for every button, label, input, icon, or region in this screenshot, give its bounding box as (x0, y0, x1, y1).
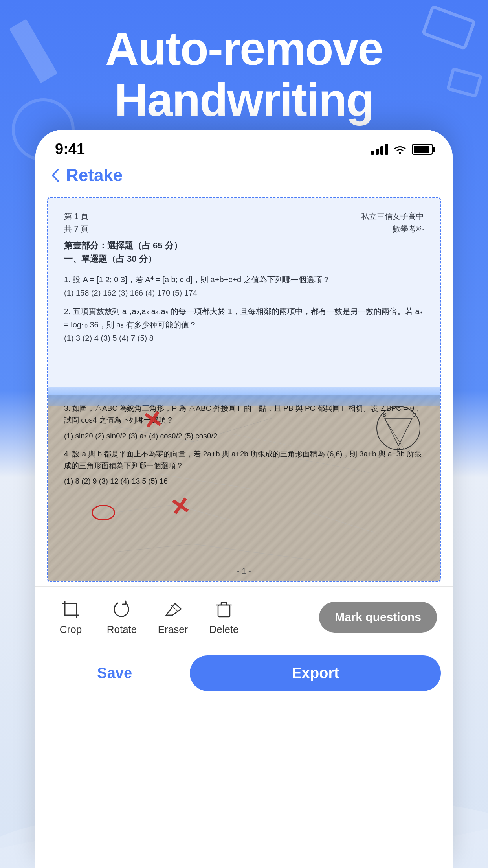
back-chevron-icon (51, 168, 60, 183)
q2-choices-text: (1) 3 (2) 4 (3) 5 (4) 7 (5) 8 (64, 334, 154, 343)
doc-header-right: 私立三信女子高中 數學考科 (361, 210, 424, 235)
doc-header: 第 1 頁 共 7 頁 私立三信女子高中 數學考科 (64, 210, 424, 235)
svg-line-13 (385, 418, 398, 446)
wifi-icon (393, 144, 407, 155)
q2-choices: (1) 3 (2) 4 (3) 5 (4) 7 (5) 8 (64, 334, 424, 343)
crop-tool[interactable]: Crop (51, 598, 90, 636)
doc-school: 私立三信女子高中 (361, 210, 424, 223)
doc-section-title: 第壹部分：選擇題（占 65 分） (64, 240, 424, 252)
delete-tool[interactable]: Delete (204, 598, 244, 636)
status-icons (371, 144, 433, 155)
phone-frame: 9:41 (35, 130, 453, 868)
signal-icon (371, 144, 388, 155)
doc-subsection: 一、單選題（占 30 分） (64, 253, 424, 265)
svg-text:B: B (383, 412, 386, 418)
svg-line-15 (385, 418, 404, 450)
toolbar-tools: Crop Rotate (51, 598, 319, 636)
crop-label: Crop (60, 623, 82, 636)
eraser-label: Eraser (158, 623, 188, 636)
doc-clean-section: 第 1 頁 共 7 頁 私立三信女子高中 數學考科 第壹部分：選擇題（占 65 … (48, 198, 440, 395)
doc-question-1: 1. 設 A = [1 2; 0 3]，若 A⁴ = [a b; c d]，則 … (64, 273, 424, 298)
svg-line-14 (398, 418, 412, 446)
document-viewer: 第 1 頁 共 7 頁 私立三信女子高中 數學考科 第壹部分：選擇題（占 65 … (47, 197, 441, 582)
doc-header-left: 第 1 頁 共 7 頁 (64, 210, 88, 235)
svg-text:P: P (396, 447, 400, 453)
rotate-tool[interactable]: Rotate (102, 598, 141, 636)
svg-rect-20 (65, 603, 77, 615)
delete-icon (213, 598, 235, 620)
battery-icon (412, 144, 433, 155)
doc-total-pages: 共 7 頁 (64, 223, 88, 235)
doc-subject: 數學考科 (361, 223, 424, 235)
svg-text:C: C (412, 412, 416, 418)
doc-page-info: 第 1 頁 (64, 210, 88, 223)
delete-label: Delete (209, 623, 238, 636)
hero-line1: Auto-remove (105, 23, 383, 75)
hero-title: Auto-remove Handwriting (0, 24, 488, 126)
q1-text: 1. 設 A = [1 2; 0 3]，若 A⁴ = [a b; c d]，則 … (64, 273, 424, 286)
save-button[interactable]: Save (47, 655, 182, 691)
svg-point-0 (399, 152, 401, 154)
crop-icon (60, 598, 82, 620)
hero-line2: Handwriting (114, 74, 374, 126)
q1-choices-text: (1) 158 (2) 162 (3) 166 (4) 170 (5) 174 (64, 289, 197, 298)
doc-handwritten-section: 3. 如圖，△ABC 為銳角三角形，P 為 △ABC 外接圓 Γ 的一點，且 P… (48, 395, 440, 582)
q3-choices-text: (1) sin2θ (2) sinθ/2 (3) a₂ (4) cosθ/2 (… (64, 431, 217, 440)
doc-page-number: - 1 - (237, 566, 251, 576)
geometry-diagram: B C P Γ (373, 403, 424, 454)
export-button[interactable]: Export (190, 655, 441, 691)
q4-text: 4. 設 a 與 b 都是平面上不為零的向量，若 2a+b 與 a+2b 所張成… (64, 448, 424, 472)
q2-text: 2. 五項實數數列 a₁,a₂,a₃,a₄,a₅ 的每一項都大於 1，且每相鄰的… (64, 305, 424, 331)
doc-question-2: 2. 五項實數數列 a₁,a₂,a₃,a₄,a₅ 的每一項都大於 1，且每相鄰的… (64, 305, 424, 343)
q1-choices: (1) 158 (2) 162 (3) 166 (4) 170 (5) 174 (64, 289, 424, 298)
q3-choices: (1) sin2θ (2) sinθ/2 (3) a₂ (4) cosθ/2 (… (64, 431, 424, 440)
q4-choices-text: (1) 8 (2) 9 (3) 12 (4) 13.5 (5) 16 (64, 477, 168, 485)
back-button[interactable]: Retake (51, 166, 123, 185)
rotate-icon (111, 598, 133, 620)
rotate-label: Rotate (107, 623, 137, 636)
eraser-icon (162, 598, 184, 620)
svg-text:Γ: Γ (397, 406, 400, 412)
toolbar: Crop Rotate (35, 586, 453, 647)
circle-annotation (92, 505, 115, 520)
mark-questions-button[interactable]: Mark questions (319, 602, 437, 633)
scan-line (48, 387, 440, 406)
q4-choices: (1) 8 (2) 9 (3) 12 (4) 13.5 (5) 16 (64, 477, 424, 485)
nav-title: Retake (66, 166, 123, 185)
status-time: 9:41 (55, 141, 85, 158)
action-bar: Save Export (35, 647, 453, 711)
status-bar: 9:41 (35, 130, 453, 162)
eraser-tool[interactable]: Eraser (153, 598, 193, 636)
nav-bar: Retake (35, 162, 453, 193)
